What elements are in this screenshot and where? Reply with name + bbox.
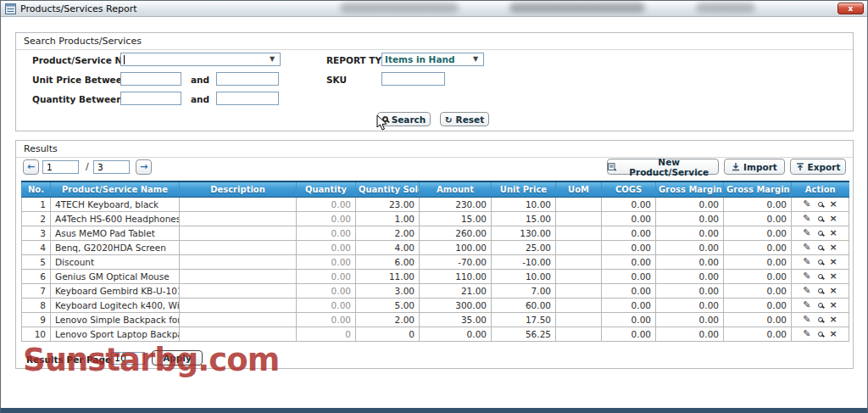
quantity-to-input[interactable] [216, 92, 279, 105]
view-magnifier-icon[interactable] [818, 260, 823, 265]
total-pages-input[interactable] [93, 160, 130, 174]
close-button[interactable]: x [837, 3, 864, 14]
column-header-action[interactable]: Action [792, 181, 849, 197]
cell-quantity: 0.00 [297, 283, 356, 298]
next-page-button[interactable]: → [136, 159, 152, 175]
delete-x-icon[interactable]: × [830, 314, 837, 325]
quantity-from-input[interactable] [120, 92, 181, 105]
edit-pencil-icon[interactable]: ✎ [803, 213, 810, 224]
import-button[interactable]: Import [724, 159, 785, 175]
report-type-combobox[interactable]: Items in Hand ▼ [381, 53, 484, 66]
quantity-label: Quantity Between [32, 94, 123, 104]
column-header-unit-price[interactable]: Unit Price [492, 181, 556, 197]
search-button[interactable]: Search [377, 112, 431, 126]
cell-name: Genius GM Optical Mouse [51, 269, 180, 283]
cell-gross-margin: 0.00 [656, 283, 724, 298]
edit-pencil-icon[interactable]: ✎ [803, 285, 810, 296]
cell-action: ✎× [792, 211, 849, 226]
cell-gross-margin: 0.00 [656, 226, 724, 240]
cell-gross-margin-pct: 0.00 [724, 269, 792, 283]
cell-uom [556, 211, 602, 226]
view-magnifier-icon[interactable] [818, 288, 823, 293]
cell-gross-margin-pct: 0.00 [724, 240, 792, 254]
view-magnifier-icon[interactable] [818, 216, 823, 221]
prev-page-button[interactable]: ← [23, 159, 39, 175]
unit-price-from-input[interactable] [120, 72, 181, 86]
cell-quantity: 0.00 [297, 211, 356, 226]
delete-x-icon[interactable]: × [830, 198, 837, 209]
cell-quantity-sold: 4.00 [356, 240, 420, 254]
magnifier-icon [382, 116, 388, 122]
cell-gross-margin: 0.00 [656, 298, 724, 312]
edit-pencil-icon[interactable]: ✎ [803, 256, 810, 267]
results-panel-title: Results [16, 141, 853, 158]
view-magnifier-icon[interactable] [818, 202, 823, 207]
new-product-button[interactable]: New Product/Service [607, 159, 719, 175]
cell-cogs: 0.00 [602, 283, 656, 298]
edit-pencil-icon[interactable]: ✎ [803, 242, 810, 253]
delete-x-icon[interactable]: × [830, 285, 837, 296]
delete-x-icon[interactable]: × [830, 213, 837, 224]
cell-unit-price: 15.00 [492, 211, 556, 226]
column-header-cogs[interactable]: COGS [602, 181, 656, 197]
column-header-product-service-name[interactable]: Product/Service Name [51, 181, 180, 197]
cell-amount: 35.00 [420, 312, 492, 326]
edit-pencil-icon[interactable]: ✎ [803, 314, 810, 325]
export-button[interactable]: Export [790, 159, 846, 175]
delete-x-icon[interactable]: × [830, 299, 837, 310]
cell-action: ✎× [792, 312, 849, 326]
sku-label: SKU [326, 75, 347, 85]
table-row: 9Lenovo Simple Backpack for Notebook ...… [22, 312, 849, 326]
edit-pencil-icon[interactable]: ✎ [803, 198, 810, 209]
view-magnifier-icon[interactable] [818, 303, 823, 308]
view-magnifier-icon[interactable] [818, 332, 823, 337]
edit-pencil-icon[interactable]: ✎ [803, 299, 810, 310]
apply-button[interactable]: Apply [152, 350, 203, 366]
cell-action: ✎× [792, 240, 849, 254]
cell-name: A4Tech HS-600 Headphones [51, 211, 180, 226]
column-header-no[interactable]: No. [22, 181, 51, 197]
cell-uom [556, 240, 602, 254]
delete-x-icon[interactable]: × [830, 271, 837, 282]
cell-uom [556, 283, 602, 298]
view-magnifier-icon[interactable] [818, 317, 823, 322]
results-per-page-input[interactable] [111, 352, 145, 365]
edit-pencil-icon[interactable]: ✎ [803, 328, 810, 339]
product-name-combobox[interactable]: ▼ [120, 53, 281, 66]
unit-price-label: Unit Price Between [32, 75, 128, 85]
column-header-gross-margin[interactable]: Gross Margin % [724, 181, 792, 197]
sku-input[interactable] [381, 72, 445, 86]
column-header-description[interactable]: Description [180, 181, 297, 197]
report-type-value: Items in Hand [385, 54, 455, 64]
cell-action: ✎× [792, 254, 849, 269]
column-header-quantity[interactable]: Quantity [297, 181, 356, 197]
delete-x-icon[interactable]: × [830, 328, 837, 339]
column-header-quantity-sold[interactable]: Quantity Sold [356, 181, 420, 197]
cell-quantity-sold: 2.00 [356, 312, 420, 326]
delete-x-icon[interactable]: × [830, 242, 837, 253]
view-magnifier-icon[interactable] [818, 245, 823, 250]
cell-uom [556, 326, 602, 341]
import-arrow-icon [732, 163, 740, 171]
cell-gross-margin: 0.00 [656, 312, 724, 326]
column-header-amount[interactable]: Amount [420, 181, 492, 197]
chevron-down-icon: ▼ [270, 53, 277, 65]
cell-no: 9 [22, 312, 51, 326]
edit-pencil-icon[interactable]: ✎ [803, 271, 810, 282]
cell-no: 3 [22, 226, 51, 240]
view-magnifier-icon[interactable] [818, 274, 823, 279]
column-header-uom[interactable]: UoM [556, 181, 602, 197]
delete-x-icon[interactable]: × [830, 227, 837, 238]
current-page-input[interactable] [42, 160, 79, 174]
table-row: 5Discount0.006.00-70.00-10.000.000.000.0… [22, 254, 849, 269]
edit-pencil-icon[interactable]: ✎ [803, 227, 810, 238]
cell-no: 4 [22, 240, 51, 254]
unit-price-to-input[interactable] [216, 72, 279, 86]
cell-amount: 230.00 [420, 197, 492, 211]
delete-x-icon[interactable]: × [830, 256, 837, 267]
view-magnifier-icon[interactable] [818, 231, 823, 236]
cell-amount: 300.00 [420, 298, 492, 312]
reset-button[interactable]: ↻ Reset [440, 112, 489, 126]
cell-amount: 260.00 [420, 226, 492, 240]
column-header-gross-margin[interactable]: Gross Margin [656, 181, 724, 197]
